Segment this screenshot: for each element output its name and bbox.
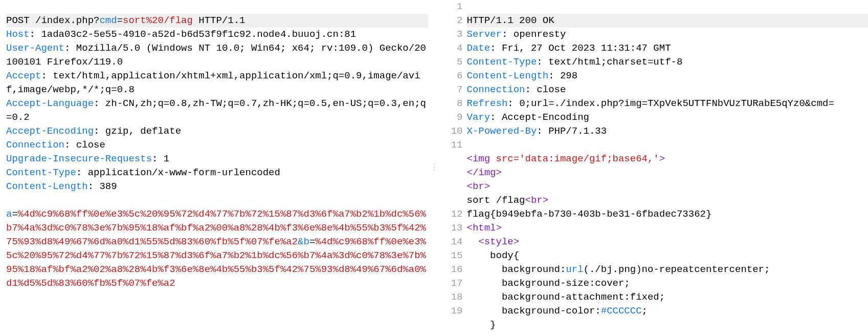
response-pane: 1 2 3 4 5 6 7 8 9 10 11 12 13 14 15 16 1… [440, 0, 869, 335]
resp-content-type-header: Content-Type [467, 56, 537, 68]
css-body-open: body{ [467, 250, 520, 261]
css-bg-color-hex: #CCCCCC [601, 305, 642, 317]
cmd-value: sort%20/flag [123, 15, 193, 26]
server-header: Server [467, 29, 502, 40]
pane-divider[interactable]: ⋮ [428, 0, 440, 335]
img-tag-open: <img [467, 153, 491, 164]
param-cmd: cmd [99, 15, 117, 26]
x-powered-by-header: X-Powered-By [467, 125, 537, 137]
content-type-header: Content-Type [6, 167, 76, 178]
content-length-header: Content-Length [6, 181, 88, 192]
accept-header: Accept [6, 70, 41, 81]
accept-encoding-header: Accept-Encoding [6, 125, 94, 137]
response-code[interactable]: HTTP/1.1 200 OKServer: openresty Date: F… [467, 0, 869, 335]
style-tag-open: <style> [467, 236, 520, 247]
css-bg-attachment: background-attachment:fixed; [467, 291, 665, 303]
request-pane: POST /index.php?cmd=sort%20/flag HTTP/1.… [0, 0, 428, 335]
status-line: HTTP/1.1 200 OK [467, 14, 869, 28]
css-bg-size: background-size:cover; [467, 278, 630, 289]
resp-content-length-header: Content-Length [467, 70, 549, 81]
http-version: HTTP/1.1 [193, 15, 246, 26]
vary-header: Vary [467, 112, 491, 123]
date-header: Date [467, 43, 491, 54]
body-param-b: &b [298, 236, 309, 247]
refresh-header: Refresh [467, 98, 508, 109]
response-line-gutter: 1 2 3 4 5 6 7 8 9 10 11 12 13 14 15 16 1… [440, 0, 463, 318]
connection-header: Connection [6, 139, 64, 151]
css-body-close: } [467, 319, 496, 330]
accept-language-header: Accept-Language [6, 98, 94, 109]
drag-handle-icon: ⋮ [430, 166, 438, 169]
html-tag-open: <html> [467, 222, 502, 234]
flag-command-output: sort /flag [467, 195, 525, 206]
uir-header: Upgrade-Insecure-Requests [6, 153, 152, 164]
ua-header: User-Agent [6, 43, 64, 54]
img-tag-close: </img> [467, 167, 502, 178]
resp-connection-header: Connection [467, 84, 525, 95]
br-tag: <br> [467, 181, 491, 192]
host-header: Host [6, 29, 30, 40]
body-param-a: a [6, 208, 12, 220]
request-path: /index.php? [30, 15, 100, 26]
http-method: POST [6, 15, 30, 26]
request-code[interactable]: POST /index.php?cmd=sort%20/flag HTTP/1.… [6, 0, 428, 304]
flag-value: flag{b949ebfa-b730-403b-be31-6fbadec7336… [467, 208, 712, 220]
